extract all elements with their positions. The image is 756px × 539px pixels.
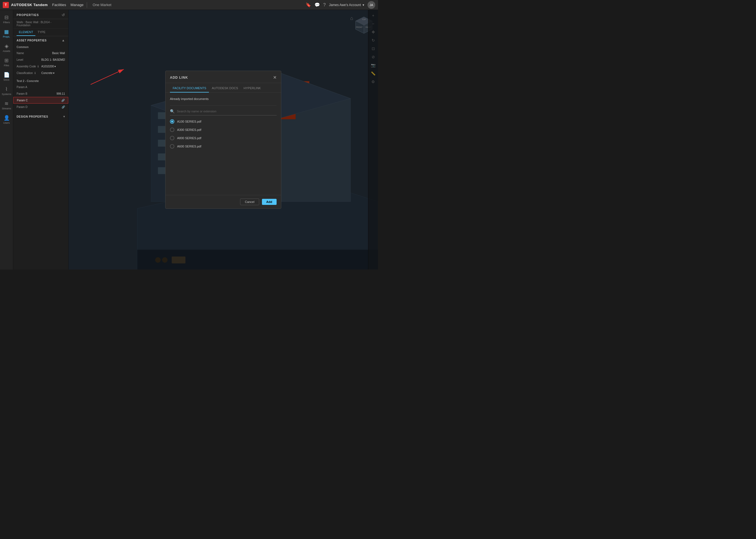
top-menu: Facilities Manage [52, 3, 84, 7]
tab-element[interactable]: ELEMENT [17, 29, 35, 36]
top-navigation: T AUTODESK Tandem Facilities Manage One … [0, 0, 378, 10]
history-button[interactable]: ↺ [62, 13, 65, 17]
design-properties-section: DESIGN PROPERTIES ▾ [13, 113, 68, 119]
viewport: TOP FRONT RIGHT ⌂ + − ✥ ↻ ⊡ ⊘ 📷 📏 ⚙ [68, 10, 378, 270]
modal-body: Already imported documents 🔍 A1 [165, 93, 281, 195]
collapse-icon[interactable]: ▲ [62, 38, 65, 42]
users-icon: 👤 [4, 115, 10, 121]
document-item-1[interactable]: A300 SERIES.pdf [170, 127, 277, 132]
menu-facilities[interactable]: Facilities [52, 3, 66, 7]
sidebar-item-filters[interactable]: ⊟ Filters [1, 12, 13, 26]
modal-close-button[interactable]: ✕ [273, 75, 277, 80]
info-icon[interactable]: ℹ [38, 65, 39, 68]
chevron-down-icon: ▾ [362, 3, 364, 7]
main-layout: ⊟ Filters ▦ Props. ◈ Assets ⊞ Files 📄 Do… [0, 10, 378, 270]
radio-button-2[interactable] [170, 136, 174, 140]
test-group-title: Test 2 - Concrete [13, 78, 68, 84]
test-group: Test 2 - Concrete Param A Param B 999.11… [13, 77, 68, 111]
prop-name: Name Basic Wall [13, 50, 68, 56]
modal-tabs: FACILITY DOCUMENTS AUTODESK DOCS HYPERLI… [165, 84, 281, 93]
document-label-3: A600 SERIES.pdf [177, 145, 201, 148]
document-item-3[interactable]: A600 SERIES.pdf [170, 144, 277, 149]
add-link-modal: ADD LINK ✕ FACILITY DOCUMENTS AUTODESK D… [165, 71, 281, 209]
document-label-0: A100 SERIES.pdf [177, 120, 201, 123]
modal-footer: Cancel Add [165, 195, 281, 208]
tab-type[interactable]: TYPE [35, 29, 48, 36]
sidebar-item-assets[interactable]: ◈ Assets [1, 41, 13, 55]
sidebar-item-props[interactable]: ▦ Props. [1, 27, 13, 40]
nav-divider [87, 2, 87, 8]
prop-param-a: Param A [13, 84, 68, 90]
streams-icon: ≋ [4, 101, 9, 107]
dropdown-icon[interactable]: ▾ [53, 71, 54, 75]
document-label-1: A300 SERIES.pdf [177, 128, 201, 131]
radio-button-3[interactable] [170, 144, 174, 149]
logo-icon: T [3, 2, 9, 8]
link-icon[interactable]: 🔗 [61, 99, 65, 102]
breadcrumb: Walls : Basic Wall : BLDG4 - Foundation [13, 19, 68, 29]
document-label-2: A800 SERIES.pdf [177, 136, 201, 140]
account-menu[interactable]: James Awe's Account ▾ [329, 3, 364, 7]
common-group: Common Name Basic Wall Level BLDG 1- BAS… [13, 43, 68, 77]
radio-button-1[interactable] [170, 127, 174, 132]
element-type-tabs: ELEMENT TYPE [13, 29, 68, 36]
bookmark-icon[interactable]: 🔖 [306, 2, 311, 7]
sidebar: ⊟ Filters ▦ Props. ◈ Assets ⊞ Files 📄 Do… [0, 10, 13, 270]
link-icon[interactable]: 🔗 [62, 106, 65, 109]
search-row: 🔍 [170, 109, 277, 116]
panel-header: PROPERTIES ↺ [13, 10, 68, 19]
section-divider [170, 106, 277, 106]
prop-param-c[interactable]: Param C 🔗 [13, 97, 68, 104]
document-item-0[interactable]: A100 SERIES.pdf [170, 119, 277, 124]
docs-icon: 📄 [4, 72, 10, 78]
menu-manage[interactable]: Manage [70, 3, 83, 7]
section-label: Already imported documents [170, 97, 277, 101]
account-name: James Awe's Account [329, 3, 361, 7]
cancel-button[interactable]: Cancel [240, 198, 259, 205]
avatar[interactable]: JA [367, 1, 375, 9]
search-icon: 🔍 [170, 109, 175, 114]
sidebar-item-streams[interactable]: ≋ Streams [1, 98, 13, 112]
collapse-icon[interactable]: ▾ [63, 115, 65, 118]
prop-assembly-code: Assembly Code ℹ A1010200 ▾ [13, 63, 68, 70]
radio-button-0[interactable] [170, 119, 174, 124]
assets-icon: ◈ [5, 43, 9, 49]
info-icon[interactable]: ℹ [35, 71, 36, 75]
help-icon[interactable]: ? [323, 2, 326, 7]
filter-icon: ⊟ [4, 14, 9, 21]
sidebar-item-systems[interactable]: ⌇ Systems [1, 84, 13, 98]
common-group-title: Common [13, 44, 68, 50]
app-logo[interactable]: T AUTODESK Tandem [3, 2, 48, 8]
tab-facility-documents[interactable]: FACILITY DOCUMENTS [170, 84, 209, 93]
systems-icon: ⌇ [5, 86, 8, 92]
tab-autodesk-docs[interactable]: AUTODESK DOCS [209, 84, 241, 93]
document-list: A100 SERIES.pdf A300 SERIES.pdf A800 SER… [170, 119, 277, 149]
design-properties-title: DESIGN PROPERTIES [17, 115, 48, 118]
modal-overlay: ADD LINK ✕ FACILITY DOCUMENTS AUTODESK D… [68, 10, 378, 270]
add-button[interactable]: Add [262, 199, 277, 205]
dropdown-icon[interactable]: ▾ [54, 65, 56, 68]
tab-hyperlink[interactable]: HYPERLINK [241, 84, 264, 93]
panel-content: ASSET PROPERTIES ▲ Common Name Basic Wal… [13, 36, 68, 270]
top-right-actions: 🔖 💬 ? James Awe's Account ▾ JA [306, 1, 375, 9]
prop-level: Level BLDG 1- BASEMENT... ▾ [13, 56, 68, 63]
search-input[interactable] [177, 110, 277, 113]
viewport-background: TOP FRONT RIGHT ⌂ + − ✥ ↻ ⊡ ⊘ 📷 📏 ⚙ [68, 10, 378, 270]
app-name: AUTODESK Tandem [11, 3, 48, 7]
prop-classification: Classification ℹ Concrete ▾ [13, 70, 68, 76]
document-item-2[interactable]: A800 SERIES.pdf [170, 136, 277, 140]
prop-param-d: Param D 🔗 [13, 104, 68, 110]
sidebar-item-files[interactable]: ⊞ Files [1, 55, 13, 69]
panel-title: PROPERTIES [17, 13, 39, 17]
modal-header: ADD LINK ✕ [165, 71, 281, 83]
properties-panel: PROPERTIES ↺ Walls : Basic Wall : BLDG4 … [13, 10, 68, 270]
modal-title: ADD LINK [170, 76, 188, 80]
files-icon: ⊞ [4, 57, 9, 63]
svg-line-37 [91, 69, 124, 85]
asset-properties-section: ASSET PROPERTIES ▲ [13, 36, 68, 43]
sidebar-item-users[interactable]: 👤 Users [1, 113, 13, 126]
notification-icon[interactable]: 💬 [315, 2, 320, 7]
props-icon: ▦ [4, 29, 9, 35]
asset-properties-title: ASSET PROPERTIES [17, 39, 47, 42]
sidebar-item-docs[interactable]: 📄 Docs [1, 70, 13, 83]
